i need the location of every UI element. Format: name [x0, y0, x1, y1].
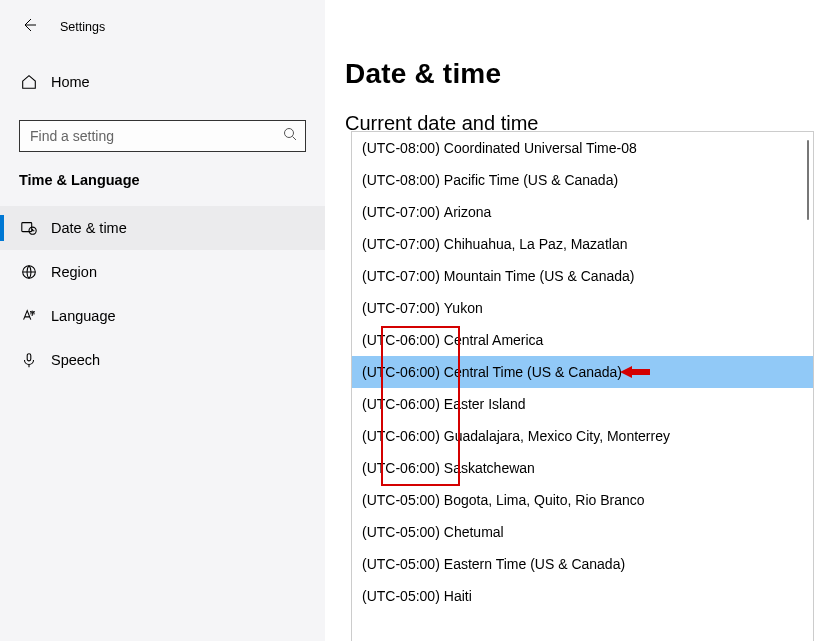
language-icon: 字	[19, 306, 39, 326]
search-input[interactable]	[20, 121, 275, 151]
timezone-name: Yukon	[444, 292, 483, 324]
timezone-option[interactable]: (UTC-07:00)Yukon	[352, 292, 813, 324]
timezone-name: Saskatchewan	[444, 452, 535, 484]
page-title: Date & time	[325, 58, 838, 90]
section-label: Time & Language	[0, 172, 325, 206]
svg-text:字: 字	[30, 310, 35, 316]
timezone-name: Coordinated Universal Time-08	[444, 132, 637, 164]
sidebar-item-language[interactable]: 字 Language	[0, 294, 325, 338]
timezone-name: Central Time (US & Canada)	[444, 356, 622, 388]
svg-point-0	[285, 129, 294, 138]
timezone-dropdown[interactable]: (UTC-08:00)Coordinated Universal Time-08…	[351, 131, 814, 641]
sidebar-item-label: Date & time	[51, 220, 127, 236]
sidebar-item-label: Home	[51, 74, 90, 90]
timezone-name: Haiti	[444, 580, 472, 612]
timezone-option[interactable]: (UTC-06:00)Easter Island	[352, 388, 813, 420]
timezone-name: Central America	[444, 324, 544, 356]
svg-line-1	[293, 137, 297, 141]
timezone-offset: (UTC-05:00)	[362, 484, 440, 516]
back-button[interactable]	[18, 16, 40, 38]
timezone-option[interactable]: (UTC-07:00)Chihuahua, La Paz, Mazatlan	[352, 228, 813, 260]
timezone-option[interactable]: (UTC-05:00)Haiti	[352, 580, 813, 612]
timezone-offset: (UTC-06:00)	[362, 356, 440, 388]
timezone-offset: (UTC-07:00)	[362, 196, 440, 228]
timezone-option[interactable]: (UTC-08:00)Coordinated Universal Time-08	[352, 132, 813, 164]
back-arrow-icon	[21, 17, 37, 37]
timezone-name: Chetumal	[444, 516, 504, 548]
svg-rect-2	[22, 223, 32, 232]
timezone-offset: (UTC-07:00)	[362, 260, 440, 292]
sidebar-item-label: Region	[51, 264, 97, 280]
timezone-option[interactable]: (UTC-06:00)Central America	[352, 324, 813, 356]
timezone-offset: (UTC-05:00)	[362, 548, 440, 580]
timezone-option[interactable]: (UTC-05:00)Chetumal	[352, 516, 813, 548]
microphone-icon	[19, 350, 39, 370]
timezone-name: Mountain Time (US & Canada)	[444, 260, 635, 292]
timezone-name: Chihuahua, La Paz, Mazatlan	[444, 228, 628, 260]
search-icon	[283, 127, 297, 145]
timezone-offset: (UTC-07:00)	[362, 292, 440, 324]
timezone-name: Eastern Time (US & Canada)	[444, 548, 625, 580]
search-container	[0, 120, 325, 172]
timezone-name: Arizona	[444, 196, 491, 228]
timezone-name: Easter Island	[444, 388, 526, 420]
calendar-clock-icon	[19, 218, 39, 238]
timezone-name: Pacific Time (US & Canada)	[444, 164, 618, 196]
sidebar-item-home[interactable]: Home	[0, 60, 325, 104]
timezone-option[interactable]: (UTC-07:00)Mountain Time (US & Canada)	[352, 260, 813, 292]
timezone-option[interactable]: (UTC-06:00)Central Time (US & Canada)	[352, 356, 813, 388]
timezone-offset: (UTC-06:00)	[362, 388, 440, 420]
main-pane: Date & time Current date and time (UTC-0…	[325, 0, 838, 641]
search-box[interactable]	[19, 120, 306, 152]
timezone-offset: (UTC-06:00)	[362, 420, 440, 452]
timezone-offset: (UTC-05:00)	[362, 580, 440, 612]
sidebar-item-date-time[interactable]: Date & time	[0, 206, 325, 250]
timezone-name: Bogota, Lima, Quito, Rio Branco	[444, 484, 645, 516]
timezone-list[interactable]: (UTC-08:00)Coordinated Universal Time-08…	[352, 132, 813, 641]
sidebar-item-region[interactable]: Region	[0, 250, 325, 294]
timezone-offset: (UTC-05:00)	[362, 516, 440, 548]
sidebar-item-speech[interactable]: Speech	[0, 338, 325, 382]
sidebar-title: Settings	[60, 20, 105, 34]
home-icon	[19, 72, 39, 92]
timezone-option[interactable]: (UTC-07:00)Arizona	[352, 196, 813, 228]
sidebar-item-label: Speech	[51, 352, 100, 368]
sidebar-item-label: Language	[51, 308, 116, 324]
timezone-offset: (UTC-06:00)	[362, 324, 440, 356]
timezone-offset: (UTC-06:00)	[362, 452, 440, 484]
timezone-option[interactable]: (UTC-06:00)Saskatchewan	[352, 452, 813, 484]
timezone-option[interactable]: (UTC-05:00)Eastern Time (US & Canada)	[352, 548, 813, 580]
scrollbar-thumb[interactable]	[807, 140, 809, 220]
timezone-option[interactable]: (UTC-08:00)Pacific Time (US & Canada)	[352, 164, 813, 196]
svg-rect-6	[27, 354, 31, 361]
timezone-name: Guadalajara, Mexico City, Monterrey	[444, 420, 670, 452]
timezone-offset: (UTC-07:00)	[362, 228, 440, 260]
globe-icon	[19, 262, 39, 282]
timezone-option[interactable]: (UTC-06:00)Guadalajara, Mexico City, Mon…	[352, 420, 813, 452]
timezone-offset: (UTC-08:00)	[362, 132, 440, 164]
sidebar: Settings Home Time & Language Date & tim…	[0, 0, 325, 641]
sidebar-header: Settings	[0, 16, 325, 60]
timezone-option[interactable]: (UTC-05:00)Bogota, Lima, Quito, Rio Bran…	[352, 484, 813, 516]
timezone-offset: (UTC-08:00)	[362, 164, 440, 196]
